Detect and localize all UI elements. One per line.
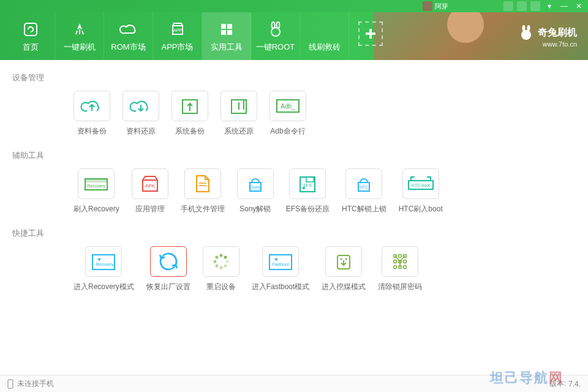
tool-adb[interactable]: Adb_Adb命令行 (270, 91, 306, 137)
tool-label: 刷入Recovery (74, 204, 119, 214)
download-mode-icon (325, 246, 362, 277)
tool-lock-htc[interactable]: HTCHTC解锁上锁 (342, 168, 386, 214)
box-down-icon (221, 91, 257, 121)
nav-cloud-icon[interactable]: ROM市场 (104, 12, 153, 60)
cloud-icon (119, 20, 138, 39)
app-icon: APP (168, 20, 187, 39)
svg-rect-20 (85, 179, 107, 183)
nav-grid-icon[interactable]: 实用工具 (202, 12, 251, 60)
avatar (423, 1, 432, 11)
cloud-up-icon (74, 91, 110, 121)
phone-icon (7, 379, 13, 389)
titlebar: 阿芽 ▾ — ✕ (0, 0, 588, 12)
tool-apk[interactable]: APK应用管理 (132, 168, 168, 214)
tool-htc-boot[interactable]: HTC-bootHTC刷入boot (399, 168, 443, 214)
brand-name: 奇兔刷机 (538, 26, 577, 39)
nav-label: 一键刷机 (64, 42, 96, 53)
tool-file[interactable]: 手机文件管理 (181, 168, 225, 214)
nav-bunny-icon[interactable]: 一键ROOT (251, 12, 300, 60)
menu-button[interactable]: ▾ (544, 1, 555, 12)
section-title: 快捷工具 (12, 228, 576, 239)
tool-recovery-flash[interactable]: Recovery刷入Recovery (74, 168, 119, 214)
svg-point-54 (394, 260, 397, 263)
bunny-logo-icon (518, 24, 534, 40)
version-label: 版本: (549, 379, 566, 389)
tool-box-up[interactable]: 系统备份 (172, 91, 208, 137)
svg-rect-6 (227, 30, 232, 35)
close-button[interactable]: ✕ (573, 1, 584, 12)
svg-point-40 (219, 266, 222, 270)
recovery-flash-icon: Recovery (78, 168, 115, 199)
tool-clear-lock[interactable]: 清除锁屏密码 (378, 246, 422, 292)
tool-label: 清除锁屏密码 (378, 282, 422, 292)
section: 快捷工具Recovery进入Recovery模式恢复出厂设置重启设备Fastbo… (12, 228, 576, 292)
tool-label: 重启设备 (206, 282, 236, 292)
nav-app-icon[interactable]: APPAPP市场 (153, 12, 202, 60)
svg-point-45 (224, 255, 227, 258)
statusbar: 未连接手机 版本: 7.4. (0, 375, 588, 392)
tool-row: Recovery进入Recovery模式恢复出厂设置重启设备Fastboot进入… (12, 246, 576, 292)
svg-point-14 (521, 30, 531, 40)
adb-icon: Adb_ (270, 91, 306, 121)
tool-label: 进入Recovery模式 (74, 282, 134, 292)
version-value: 7.4. (568, 380, 581, 388)
tool-label: 资料备份 (77, 126, 107, 137)
cloud-down-icon (123, 91, 159, 121)
tool-label: 应用管理 (135, 204, 165, 214)
tool-cloud-up[interactable]: 资料备份 (74, 91, 110, 137)
svg-point-42 (213, 260, 216, 263)
svg-point-43 (215, 255, 218, 258)
tool-label: HTC解锁上锁 (342, 204, 386, 214)
refresh-icon (21, 20, 40, 39)
user-area[interactable]: 阿芽 (423, 1, 448, 11)
enter-recovery-icon: Recovery (85, 246, 122, 277)
tool-enter-recovery[interactable]: Recovery进入Recovery模式 (74, 246, 134, 292)
lock-sony-icon: Sony (237, 168, 274, 199)
tool-row: 资料备份资料还原系统备份系统还原Adb_Adb命令行 (12, 91, 576, 137)
svg-point-41 (215, 265, 218, 268)
svg-text:Sony: Sony (251, 185, 260, 190)
tool-disk-efs[interactable]: EFSEFS备份还原 (286, 168, 330, 214)
tool-download-mode[interactable]: 进入挖煤模式 (322, 246, 366, 292)
tool-factory-reset[interactable]: 恢复出厂设置 (146, 246, 190, 292)
nav-qr-icon[interactable]: 线刷救砖 (300, 12, 349, 60)
nav-label: 线刷救砖 (309, 42, 341, 53)
tool-fastboot[interactable]: Fastboot进入Fastboot模式 (252, 246, 310, 292)
nav-label: 首页 (23, 42, 39, 53)
clear-lock-icon (382, 246, 418, 277)
tool-cloud-down[interactable]: 资料还原 (123, 91, 159, 137)
svg-text:Recovery: Recovery (88, 184, 106, 189)
svg-point-38 (225, 260, 228, 263)
bunny-icon (266, 20, 285, 39)
svg-point-50 (345, 258, 347, 260)
svg-text:HTC-boot: HTC-boot (412, 183, 430, 187)
minimize-button[interactable]: — (559, 1, 570, 12)
grid-icon (217, 20, 236, 39)
connection-status: 未连接手机 (17, 379, 54, 389)
tool-lock-sony[interactable]: SonySony解锁 (237, 168, 274, 214)
svg-point-44 (219, 254, 222, 257)
username-label: 阿芽 (435, 2, 448, 11)
svg-text:EFS: EFS (304, 183, 312, 187)
svg-point-49 (341, 258, 342, 260)
tool-label: EFS备份还原 (286, 204, 330, 214)
tool-reboot[interactable]: 重启设备 (203, 246, 239, 292)
main-nav: 首页一键刷机ROM市场APPAPP市场实用工具一键ROOT线刷救砖 (0, 12, 349, 60)
svg-text:Fastboot: Fastboot (272, 262, 288, 266)
svg-rect-30 (306, 177, 314, 182)
tool-label: Sony解锁 (239, 204, 271, 214)
nav-refresh-icon[interactable]: 首页 (6, 12, 55, 60)
tool-label: 资料还原 (126, 126, 156, 137)
svg-rect-11 (366, 32, 375, 35)
titlebar-icon-1[interactable] (503, 1, 513, 11)
svg-point-52 (399, 255, 402, 258)
nav-rocket-icon[interactable]: 一键刷机 (55, 12, 104, 60)
tool-box-down[interactable]: 系统还原 (221, 91, 257, 137)
header: 首页一键刷机ROM市场APPAPP市场实用工具一键ROOT线刷救砖 奇兔刷机 w… (0, 12, 588, 60)
svg-text:APK: APK (145, 183, 156, 189)
qr-icon (315, 20, 334, 39)
shirt-icon[interactable] (530, 1, 540, 11)
titlebar-icon-2[interactable] (517, 1, 527, 11)
svg-text:APP: APP (173, 28, 181, 32)
tool-label: 恢复出厂设置 (146, 282, 190, 292)
